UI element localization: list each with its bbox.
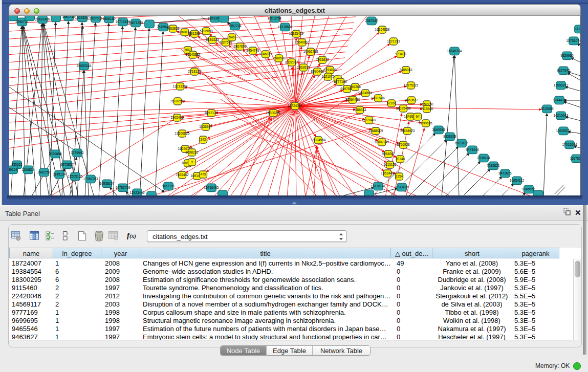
svg-text:1145134: 1145134 — [53, 172, 66, 176]
svg-text:15692971: 15692971 — [556, 129, 571, 133]
svg-text:9245652: 9245652 — [522, 187, 535, 191]
svg-text:1535947: 1535947 — [199, 125, 212, 128]
svg-text:9146821: 9146821 — [259, 52, 272, 56]
svg-text:15716485: 15716485 — [204, 186, 219, 189]
svg-text:19166825: 19166825 — [175, 132, 190, 135]
svg-text:9084067: 9084067 — [382, 152, 395, 156]
svg-text:9329966: 9329966 — [560, 54, 574, 57]
svg-text:5226058: 5226058 — [200, 29, 213, 33]
svg-text:10025438: 10025438 — [396, 106, 411, 110]
svg-text:18807249: 18807249 — [375, 140, 389, 144]
svg-text:2020655: 2020655 — [49, 152, 62, 156]
svg-text:2867608: 2867608 — [233, 45, 247, 48]
svg-text:1640954: 1640954 — [432, 128, 445, 132]
svg-text:64: 64 — [416, 115, 420, 118]
svg-text:9699695: 9699695 — [419, 121, 432, 125]
svg-text:9975857: 9975857 — [60, 163, 74, 166]
svg-text:8454749: 8454749 — [246, 49, 259, 52]
svg-text:10688609: 10688609 — [368, 129, 383, 133]
svg-text:1244415: 1244415 — [553, 98, 566, 102]
svg-text:12093372: 12093372 — [554, 83, 569, 87]
svg-text:6679197: 6679197 — [455, 141, 468, 145]
svg-text:1362615: 1362615 — [297, 65, 310, 69]
svg-text:8322037: 8322037 — [285, 60, 298, 64]
svg-text:12923446: 12923446 — [130, 191, 145, 194]
svg-text:7955812: 7955812 — [316, 58, 329, 61]
svg-text:7357224: 7357224 — [228, 24, 242, 28]
svg-text:1905493: 1905493 — [170, 116, 184, 119]
svg-text:342: 342 — [201, 138, 206, 141]
svg-text:39159: 39159 — [9, 168, 17, 171]
svg-text:15640910: 15640910 — [295, 40, 310, 44]
svg-text:17957253: 17957253 — [83, 177, 98, 181]
svg-text:2087682: 2087682 — [365, 19, 378, 23]
svg-text:19218506: 19218506 — [278, 25, 293, 29]
svg-text:1987719: 1987719 — [62, 16, 75, 18]
svg-text:18724007: 18724007 — [288, 104, 302, 107]
svg-text:16154838: 16154838 — [375, 28, 390, 31]
svg-text:16782759: 16782759 — [116, 186, 130, 189]
svg-text:1156819: 1156819 — [22, 168, 35, 171]
svg-text:15136141: 15136141 — [371, 184, 386, 188]
svg-text:9794028: 9794028 — [323, 68, 337, 72]
svg-text:1735992: 1735992 — [71, 151, 84, 155]
svg-text:891295: 891295 — [189, 32, 200, 35]
svg-text:8813054: 8813054 — [268, 16, 281, 20]
svg-text:11325419: 11325419 — [289, 32, 304, 35]
svg-text:7663822: 7663822 — [166, 27, 180, 30]
svg-text:8215955: 8215955 — [540, 107, 554, 111]
svg-text:20691406: 20691406 — [35, 17, 50, 21]
svg-text:18300295: 18300295 — [266, 111, 281, 115]
svg-text:9756928: 9756928 — [397, 143, 410, 146]
svg-text:7386372: 7386372 — [353, 108, 366, 112]
svg-text:12975115: 12975115 — [404, 83, 419, 87]
svg-text:9457791: 9457791 — [162, 184, 175, 188]
svg-text:1221393: 1221393 — [387, 39, 400, 43]
svg-text:1952448: 1952448 — [381, 171, 394, 175]
svg-text:7485063: 7485063 — [399, 68, 412, 72]
svg-text:9474444: 9474444 — [466, 148, 479, 151]
svg-text:746266: 746266 — [350, 85, 361, 89]
svg-text:1167533: 1167533 — [570, 157, 581, 160]
svg-text:26053346: 26053346 — [77, 64, 92, 68]
svg-text:11123: 11123 — [575, 27, 581, 31]
svg-text:12505135: 12505135 — [68, 174, 83, 178]
svg-text:16648784: 16648784 — [447, 49, 462, 53]
svg-text:8938928: 8938928 — [443, 135, 456, 138]
svg-text:9777169: 9777169 — [334, 80, 347, 83]
svg-text:2254: 2254 — [396, 174, 403, 178]
svg-text:1527602: 1527602 — [89, 16, 102, 20]
svg-text:16671355: 16671355 — [128, 21, 143, 25]
svg-text:8186323: 8186323 — [206, 38, 219, 41]
svg-text:1733426: 1733426 — [395, 185, 408, 189]
svg-text:2935114: 2935114 — [477, 156, 490, 160]
svg-text:16210643: 16210643 — [554, 114, 569, 117]
svg-text:20746: 20746 — [396, 157, 405, 161]
svg-text:10654112: 10654112 — [510, 179, 525, 182]
svg-text:10653267: 10653267 — [75, 16, 90, 19]
svg-text:3698222: 3698222 — [185, 150, 199, 154]
svg-text:6466160: 6466160 — [102, 17, 116, 20]
svg-text:546: 546 — [229, 35, 235, 39]
svg-text:8267130: 8267130 — [205, 111, 218, 115]
svg-text:17016504: 17016504 — [562, 143, 577, 146]
svg-text:7625402: 7625402 — [176, 173, 189, 177]
svg-text:10958107: 10958107 — [100, 182, 115, 185]
svg-text:15720407: 15720407 — [362, 118, 377, 122]
svg-text:479: 479 — [201, 172, 206, 176]
svg-text:1621072: 1621072 — [321, 75, 335, 78]
svg-text:9463627: 9463627 — [405, 98, 418, 102]
svg-text:9227342: 9227342 — [557, 69, 570, 72]
svg-text:1615155: 1615155 — [383, 163, 397, 166]
svg-text:62160: 62160 — [387, 101, 396, 105]
svg-text:3624554: 3624554 — [359, 91, 372, 95]
svg-text:15751074: 15751074 — [567, 39, 581, 42]
svg-text:20364436: 20364436 — [345, 98, 360, 101]
svg-text:2588520: 2588520 — [272, 56, 286, 60]
svg-text:2718126: 2718126 — [188, 70, 201, 73]
svg-text:2942757: 2942757 — [37, 170, 51, 174]
svg-text:19654923: 19654923 — [400, 129, 415, 133]
svg-text:9115460: 9115460 — [421, 107, 433, 111]
svg-text:8471676: 8471676 — [498, 171, 512, 175]
svg-text:9: 9 — [191, 160, 193, 164]
